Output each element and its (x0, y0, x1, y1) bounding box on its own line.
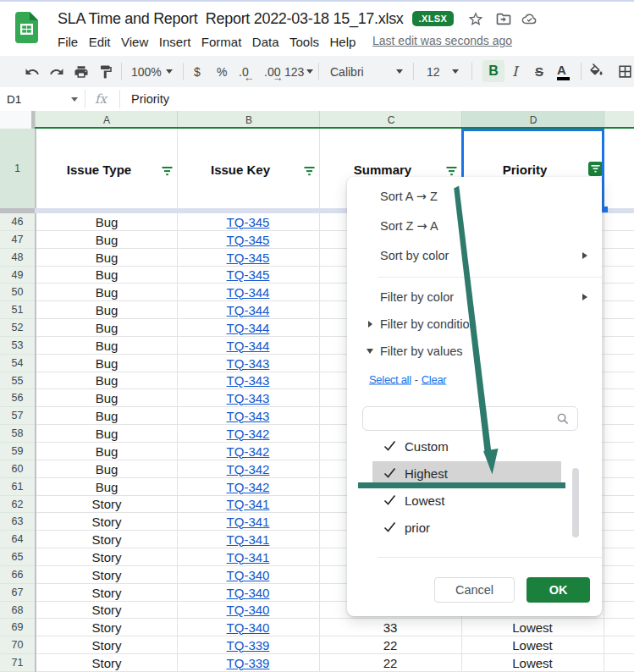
issue-link[interactable]: TQ-342 (227, 480, 270, 494)
zoom-select[interactable]: 100% (131, 56, 162, 87)
filter-funnel-icon[interactable] (162, 165, 173, 175)
issue-link[interactable]: TQ-345 (227, 233, 270, 247)
menu-help[interactable]: Help (330, 35, 356, 49)
cell[interactable]: Bug (36, 443, 177, 460)
cell[interactable]: Bug (36, 407, 177, 424)
font-family-select[interactable]: Calibri (330, 56, 364, 87)
row-header-47[interactable]: 47 (0, 231, 35, 249)
cell[interactable]: Story (36, 566, 177, 583)
redo-icon[interactable] (49, 56, 64, 87)
row-header-59[interactable]: 59 (0, 443, 35, 460)
name-box-caret-icon[interactable] (71, 87, 78, 111)
issue-link[interactable]: TQ-344 (227, 339, 270, 353)
cell[interactable]: TQ-345 (177, 249, 319, 266)
filter-value-prior[interactable]: prior (347, 515, 602, 539)
cell[interactable]: Bug (36, 267, 177, 283)
cell[interactable]: Bug (36, 319, 177, 336)
header-cell-issue-type[interactable]: Issue Type (36, 129, 175, 208)
cell[interactable]: Lowest (461, 619, 604, 636)
cell[interactable]: TQ-340 (177, 602, 319, 618)
ok-button[interactable]: OK (526, 577, 590, 603)
cell[interactable]: Bug (36, 355, 177, 372)
issue-link[interactable]: TQ-339 (227, 638, 270, 653)
borders-button[interactable] (617, 56, 633, 87)
cell[interactable]: TQ-343 (177, 389, 319, 406)
cell[interactable]: TQ-344 (177, 319, 319, 336)
issue-link[interactable]: TQ-341 (227, 532, 270, 547)
issue-link[interactable]: TQ-340 (227, 586, 270, 600)
header-cell-issue-key[interactable]: Issue Key (177, 129, 317, 208)
row-header-57[interactable]: 57 (0, 407, 35, 425)
bold-button[interactable]: B (482, 60, 504, 82)
cell[interactable]: TQ-341 (177, 513, 319, 530)
clear-link[interactable]: Clear (422, 373, 447, 386)
cell[interactable]: TQ-343 (177, 407, 319, 424)
cell[interactable]: Story (36, 619, 177, 636)
cell[interactable]: TQ-339 (177, 654, 319, 671)
cell[interactable]: Bug (36, 478, 177, 495)
issue-link[interactable]: TQ-339 (227, 656, 270, 670)
document-title[interactable]: SLA Time and Report Report 2022-03-18 15… (58, 10, 404, 28)
issue-link[interactable]: TQ-340 (227, 568, 270, 582)
cell[interactable]: TQ-345 (177, 213, 319, 230)
zoom-caret-icon[interactable] (166, 56, 173, 87)
cell[interactable]: TQ-342 (177, 460, 319, 477)
last-edit-status[interactable]: Last edit was seconds ago (372, 34, 512, 47)
filter-value-highest[interactable]: Highest (347, 461, 602, 485)
row-header-1[interactable]: 1 (0, 129, 35, 208)
cell[interactable]: TQ-342 (177, 425, 319, 442)
issue-link[interactable]: TQ-341 (227, 497, 270, 511)
column-header-A[interactable]: A (35, 111, 178, 129)
menu-filter-by-color[interactable]: Filter by color (380, 290, 454, 304)
formula-input[interactable]: Priority (131, 87, 169, 111)
cell[interactable]: TQ-344 (177, 337, 319, 354)
cell[interactable]: Bug (36, 372, 177, 388)
issue-link[interactable]: TQ-344 (227, 303, 270, 317)
column-header-C[interactable]: C (319, 111, 462, 129)
cloud-saved-icon[interactable] (521, 10, 538, 27)
cell[interactable]: Bug (36, 249, 177, 266)
cell[interactable]: Bug (36, 213, 177, 230)
issue-link[interactable]: TQ-342 (227, 462, 270, 476)
row-header-65[interactable]: 65 (0, 548, 35, 566)
row-header-46[interactable]: 46 (0, 213, 35, 231)
cell[interactable]: TQ-343 (177, 355, 319, 372)
row-header-52[interactable]: 52 (0, 319, 35, 337)
cancel-button[interactable]: Cancel (434, 577, 515, 603)
select-all-link[interactable]: Select all (369, 373, 411, 386)
menu-filter-by-condition[interactable]: Filter by condition (380, 317, 477, 331)
text-color-button[interactable]: A (557, 56, 570, 87)
select-all-corner[interactable] (0, 111, 31, 129)
cell[interactable]: Bug (36, 284, 177, 300)
row-header-66[interactable]: 66 (0, 566, 35, 584)
issue-link[interactable]: TQ-345 (227, 251, 270, 265)
issue-link[interactable]: TQ-340 (227, 603, 270, 617)
cell[interactable]: Story (36, 636, 177, 653)
row-header-61[interactable]: 61 (0, 478, 35, 496)
filter-value-lowest[interactable]: Lowest (347, 488, 602, 512)
menu-format[interactable]: Format (201, 35, 242, 49)
cell[interactable]: 33 (319, 619, 461, 636)
cell[interactable]: TQ-340 (177, 566, 319, 583)
issue-link[interactable]: TQ-340 (227, 620, 270, 635)
row-header-51[interactable]: 51 (0, 301, 35, 319)
menu-data[interactable]: Data (252, 35, 279, 49)
filter-funnel-icon[interactable] (446, 165, 457, 175)
cell[interactable]: TQ-341 (177, 548, 319, 565)
row-header-60[interactable]: 60 (0, 460, 35, 478)
list-scrollbar[interactable] (572, 468, 579, 537)
cell[interactable]: Story (36, 584, 177, 601)
cell[interactable]: TQ-344 (177, 301, 319, 318)
filter-funnel-icon[interactable] (304, 165, 315, 175)
cell[interactable]: TQ-341 (177, 531, 319, 548)
issue-link[interactable]: TQ-341 (227, 515, 270, 529)
strikethrough-button[interactable]: S (535, 56, 543, 87)
row-header-50[interactable]: 50 (0, 284, 35, 301)
menu-tools[interactable]: Tools (289, 35, 319, 49)
expand-down-icon[interactable] (367, 349, 373, 354)
cell[interactable]: Bug (36, 389, 177, 406)
cell[interactable]: Bug (36, 231, 177, 248)
menu-filter-by-values[interactable]: Filter by values (380, 344, 463, 358)
cell[interactable]: Story (36, 654, 177, 671)
increase-decimals-button[interactable]: .00→ (264, 56, 280, 87)
